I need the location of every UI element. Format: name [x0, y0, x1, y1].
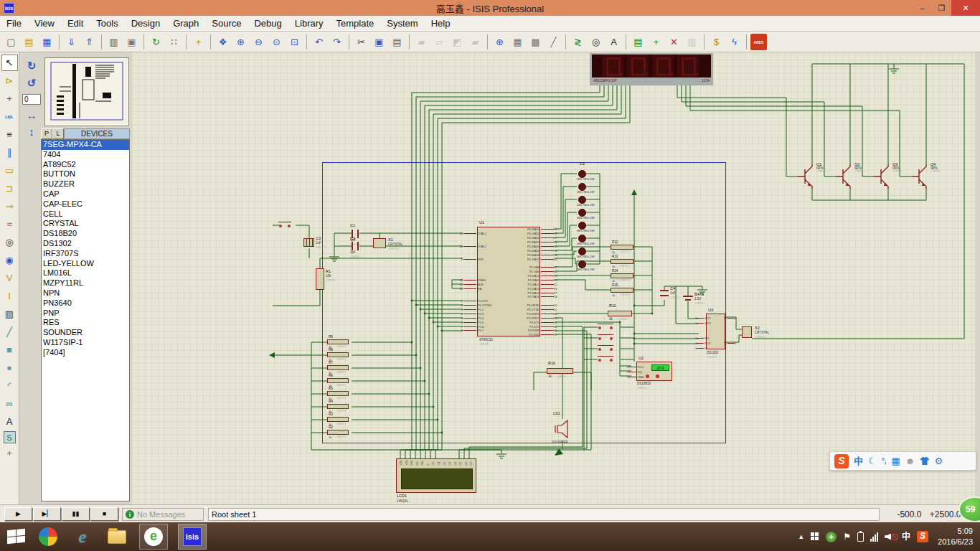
bill-of-materials-button[interactable]: $ — [708, 34, 725, 50]
tray-windows-icon[interactable] — [811, 532, 819, 541]
decompose-button[interactable]: ╱ — [545, 34, 562, 50]
device-list-item[interactable]: DS18B20 — [42, 229, 129, 239]
maximize-button[interactable]: ❐ — [932, 0, 951, 16]
export-section-button[interactable]: ⇑ — [81, 34, 98, 50]
toolbar-separator[interactable] — [746, 34, 747, 50]
transistor-npn[interactable]: Q3 NPN <TEXT> — [874, 161, 912, 197]
pick-parts-button[interactable]: P — [41, 128, 52, 139]
step-button[interactable]: ▶▏ — [33, 507, 61, 521]
start-button[interactable] — [7, 529, 26, 545]
bus-mode-icon[interactable]: ∥ — [1, 144, 18, 161]
block-move-button[interactable]: ▱ — [431, 34, 448, 50]
save-design-button[interactable]: ▦ — [39, 34, 55, 50]
r12-r15-resistor-group[interactable]: R12 1k <TEXT> R13 1k <TEXT> R14 1k <TEXT… — [611, 241, 639, 298]
resistor[interactable]: R9 1k <TEXT> — [327, 336, 356, 349]
device-list-item[interactable]: PN3640 — [42, 298, 129, 309]
current-probe-mode-icon[interactable]: I — [1, 288, 18, 304]
taskbar-explorer-icon[interactable] — [105, 524, 129, 549]
text-2d-icon[interactable]: A — [1, 413, 18, 430]
component-r1[interactable]: R1 10k <TEXT> — [316, 268, 324, 290]
push-button[interactable] — [598, 345, 613, 352]
rotate-anticlockwise-icon[interactable]: ↺ — [27, 77, 37, 90]
pause-button[interactable]: ▮▮ — [62, 507, 90, 521]
sogou-logo-icon[interactable]: S — [834, 454, 849, 468]
transistor-npn[interactable]: Q2 NPN <TEXT> — [836, 161, 874, 197]
selection-mode-icon[interactable]: ↖ — [1, 55, 18, 71]
component-bat1[interactable]: BAT1 1.5V <TEXT> — [683, 294, 693, 303]
mirror-vertical-icon[interactable]: ↕ — [29, 126, 34, 138]
stop-button[interactable]: ■ — [90, 507, 118, 521]
transistor-npn[interactable]: Q4 NPN <TEXT> — [912, 161, 950, 197]
push-button[interactable] — [598, 356, 613, 363]
wire-digit-drivers[interactable] — [677, 64, 964, 339]
undo-button[interactable]: ↶ — [311, 34, 327, 50]
device-list-item[interactable]: SOUNDER — [42, 328, 129, 338]
component-c2[interactable]: C2 1pF <TEXT> — [352, 242, 359, 250]
menu-item[interactable]: Help — [425, 16, 457, 32]
toolbar-separator[interactable] — [143, 34, 144, 50]
toolbar-separator[interactable] — [565, 34, 566, 50]
tape-recorder-mode-icon[interactable]: ◎ — [1, 234, 18, 250]
design-explorer-button[interactable]: ▤ — [630, 34, 646, 50]
resistor[interactable]: R8 1k <TEXT> — [327, 349, 356, 362]
tray-360shield-icon[interactable]: + — [826, 532, 837, 542]
component-d1-led-column[interactable]: D1 LED-YELLOW LED-YELLOW LED-YELLOW LED-… — [577, 168, 608, 271]
virtual-instruments-mode-icon[interactable]: ▥ — [1, 306, 18, 322]
component-c4[interactable]: C4 1nF <TEXT> — [660, 290, 669, 296]
account-icon[interactable]: ☻ — [905, 456, 915, 466]
taskbar-ie-icon[interactable]: e — [70, 524, 95, 549]
menu-item[interactable]: System — [380, 16, 424, 32]
push-button[interactable] — [598, 324, 613, 331]
false-origin-button[interactable]: + — [190, 34, 207, 50]
menu-item[interactable]: Design — [125, 16, 166, 32]
wire-autorouter-button[interactable]: ≷ — [570, 34, 586, 50]
zoom-in-button[interactable]: ⊕ — [232, 34, 249, 50]
menu-item[interactable]: Debug — [248, 16, 288, 32]
soft-keyboard-icon[interactable]: ▦ — [891, 456, 900, 466]
component-u2-ds18b20[interactable]: U2 DS18B20 <TEXT> 27.0 3VCC2DQ1GND — [636, 362, 672, 381]
tray-volume-muted-icon[interactable]: ⃠ — [885, 532, 895, 542]
rotation-angle-input[interactable] — [22, 94, 41, 105]
component-mode-icon[interactable]: ⊳ — [1, 72, 18, 89]
box-2d-icon[interactable]: ■ — [1, 342, 18, 358]
resistor[interactable]: R6 1k <TEXT> — [327, 375, 356, 387]
taskbar-360browser-icon[interactable]: e — [139, 524, 168, 550]
component-lcd1-lm016l[interactable]: VSSVDDVEERSRWED0D1D2D3D4D5D6D7 LCD1 LM01… — [396, 458, 476, 493]
menu-item[interactable]: Edit — [61, 16, 90, 32]
menu-item[interactable]: Graph — [166, 16, 205, 32]
arc-2d-icon[interactable]: ◜ — [1, 377, 18, 394]
toolbar-separator[interactable] — [626, 34, 626, 50]
copy-button[interactable]: ▣ — [371, 34, 387, 50]
make-device-button[interactable]: ▦ — [509, 34, 526, 50]
text-script-mode-icon[interactable]: ≡ — [1, 126, 18, 143]
schematic-canvas[interactable]: ABCDEFG DP 1234 U1 AT89C52 <TEXT> 19XTAL… — [132, 53, 975, 504]
block-copy-button[interactable]: ▰ — [413, 34, 430, 50]
settings-wrench-icon[interactable]: ⚙ — [934, 456, 943, 466]
device-list-item[interactable]: 7404 — [42, 150, 129, 160]
resistor[interactable]: R14 1k <TEXT> — [611, 270, 639, 284]
component-u1-at89c52[interactable]: U1 AT89C52 <TEXT> 19XTAL118XTAL29RST29PS… — [477, 227, 540, 336]
led-yellow[interactable]: LED-YELLOW — [577, 194, 608, 207]
component-u3-ds1302[interactable]: U3 DS1302 <TEXT> 8VCC11VCC25RST7SCLK6IO … — [706, 314, 725, 349]
circle-2d-icon[interactable]: ● — [1, 359, 18, 376]
pan-button[interactable]: ❖ — [215, 34, 231, 50]
rotate-clockwise-icon[interactable]: ↻ — [27, 60, 37, 72]
electrical-rule-check-button[interactable]: ϟ — [726, 34, 743, 50]
device-list-item[interactable]: BUTTON — [42, 169, 129, 179]
block-delete-button[interactable]: ▰ — [467, 34, 484, 50]
open-design-button[interactable]: ▤ — [21, 34, 37, 50]
device-list-item[interactable]: 7SEG-MPX4-CA — [42, 140, 129, 150]
toolbar-separator[interactable] — [349, 34, 349, 50]
subcircuit-mode-icon[interactable]: ▭ — [1, 162, 18, 179]
zoom-area-button[interactable]: ⊡ — [286, 34, 303, 50]
device-list-item[interactable]: MZPY11RL — [42, 278, 129, 288]
device-list-item[interactable]: LM016L — [42, 268, 129, 278]
paste-button[interactable]: ▤ — [389, 34, 405, 50]
resistor[interactable]: R12 1k <TEXT> — [611, 241, 639, 255]
toolbar-separator[interactable] — [409, 34, 410, 50]
tray-sogou-icon[interactable]: S — [917, 531, 928, 542]
component-c3[interactable]: C3 1uF <TEXT> — [303, 238, 314, 247]
mark-output-area-button[interactable]: ▣ — [123, 34, 140, 50]
component-x1[interactable]: X1 CRYSTAL <TEXT> — [373, 238, 386, 248]
toolbar-separator[interactable] — [704, 34, 705, 50]
